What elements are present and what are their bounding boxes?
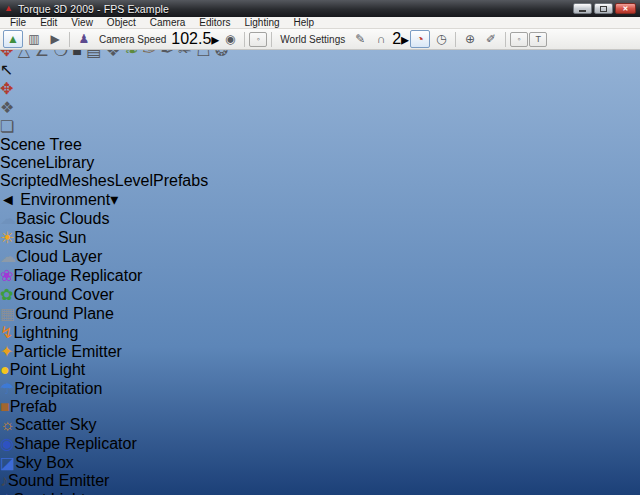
render-text-button[interactable]: T bbox=[529, 32, 547, 47]
center-selection-button[interactable]: ⊕ bbox=[460, 30, 480, 48]
menu-item[interactable]: File bbox=[3, 17, 33, 29]
select-tool[interactable]: ↖ bbox=[0, 60, 640, 79]
player-camera-button[interactable]: ♟ bbox=[74, 30, 94, 48]
move-tool[interactable]: ✥ bbox=[0, 79, 640, 98]
snap-size-field[interactable]: 2▸ bbox=[392, 30, 409, 48]
item-label: Scatter Sky bbox=[15, 416, 97, 433]
library-item-particle-emitter[interactable]: ✦Particle Emitter bbox=[0, 342, 640, 361]
library-item-lightning[interactable]: ↯Lightning bbox=[0, 323, 640, 342]
spinner-arrow-icon[interactable]: ▸ bbox=[211, 30, 219, 49]
library-item-spot-light[interactable]: ✦Spot Light bbox=[0, 490, 640, 495]
rotate-tool[interactable]: ❖ bbox=[0, 98, 640, 117]
scene-tree-tabs: SceneLibrary bbox=[0, 154, 640, 172]
toolbar-icon: ▶ bbox=[50, 33, 59, 45]
library-item-sound-emitter[interactable]: ♪Sound Emitter bbox=[0, 472, 640, 490]
scale-tool[interactable]: ❏ bbox=[0, 117, 640, 136]
maximize-button[interactable] bbox=[594, 3, 613, 14]
item-label: Basic Sun bbox=[14, 229, 86, 246]
play-game-button[interactable]: ▶ bbox=[45, 30, 65, 48]
separator bbox=[244, 32, 245, 47]
subtab-meshes[interactable]: Meshes bbox=[59, 172, 115, 189]
title-bar: ▲ Torque 3D 2009 - FPS Example ✕ bbox=[0, 0, 640, 17]
library-item-shape-replicator[interactable]: ◉Shape Replicator bbox=[0, 434, 640, 453]
fit-view-button[interactable]: ◦ bbox=[249, 32, 267, 47]
item-icon: ◉ bbox=[0, 435, 14, 452]
category-select[interactable]: Environment▾ bbox=[20, 191, 118, 208]
toolbar-label: Camera Speed bbox=[95, 34, 170, 45]
tool-icon: ✥ bbox=[0, 80, 13, 97]
measure-tool-button[interactable]: ✐ bbox=[481, 30, 501, 48]
library-item-foliage-replicator[interactable]: ❀Foliage Replicator bbox=[0, 266, 640, 285]
camera-bookmark-button[interactable]: ✎ bbox=[350, 30, 370, 48]
toolbar-icon: ▲ bbox=[7, 33, 19, 45]
soft-snap-button[interactable]: ◔ bbox=[410, 30, 430, 48]
gui-editor-button[interactable]: ▥ bbox=[24, 30, 44, 48]
close-button[interactable]: ✕ bbox=[615, 3, 636, 14]
item-icon: ✿ bbox=[0, 286, 13, 303]
subtab-scripted[interactable]: Scripted bbox=[0, 172, 59, 189]
toolbar-icon: ⊕ bbox=[465, 33, 475, 45]
tab-library[interactable]: Library bbox=[45, 154, 94, 171]
tool-icon: ↖ bbox=[0, 61, 13, 78]
item-label: Ground Plane bbox=[15, 305, 114, 322]
menu-bar: FileEditViewObjectCameraEditorsLightingH… bbox=[0, 17, 640, 29]
menu-item[interactable]: Object bbox=[100, 17, 143, 29]
menu-item[interactable]: Camera bbox=[143, 17, 193, 29]
library-item-basic-sun[interactable]: ☀Basic Sun bbox=[0, 228, 640, 247]
library-item-precipitation[interactable]: ☂Precipitation bbox=[0, 379, 640, 398]
back-button[interactable]: ◄ bbox=[0, 191, 16, 208]
menu-item[interactable]: View bbox=[64, 17, 100, 29]
item-label: Basic Clouds bbox=[16, 210, 109, 227]
toolbar-icon: ♟ bbox=[79, 33, 90, 45]
item-label: Cloud Layer bbox=[16, 248, 102, 265]
render-bounds-button[interactable]: ◦ bbox=[510, 32, 528, 47]
item-label: Prefab bbox=[10, 398, 57, 415]
item-icon: ✦ bbox=[0, 343, 13, 360]
library-item-sky-box[interactable]: ◪Sky Box bbox=[0, 453, 640, 472]
item-icon: ✦ bbox=[0, 491, 13, 495]
item-label: Precipitation bbox=[14, 380, 102, 397]
library-item-cloud-layer[interactable]: ☁Cloud Layer bbox=[0, 247, 640, 266]
item-label: Foliage Replicator bbox=[13, 267, 142, 284]
library-item-point-light[interactable]: ●Point Light bbox=[0, 361, 640, 379]
tool-icon: ❏ bbox=[0, 118, 14, 135]
item-icon: ♪ bbox=[0, 472, 8, 489]
menu-item[interactable]: Edit bbox=[33, 17, 64, 29]
grid-snap-button[interactable]: ◷ bbox=[431, 30, 451, 48]
item-icon: ☁ bbox=[0, 210, 16, 227]
library-list: ☁Basic Clouds ☀Basic Sun ☁Cloud Layer ❀F… bbox=[0, 209, 640, 495]
snap-magnet-button[interactable]: ∩ bbox=[371, 30, 391, 48]
tab-scene[interactable]: Scene bbox=[0, 154, 45, 171]
item-label: Shape Replicator bbox=[14, 435, 137, 452]
field-value: 102.5 bbox=[171, 30, 211, 48]
toolbar-icon: ✐ bbox=[486, 33, 496, 45]
minimize-button[interactable] bbox=[573, 3, 592, 14]
torque-logo-icon: ▲ bbox=[4, 4, 13, 13]
toolbar-icon: ◦ bbox=[518, 35, 521, 44]
library-item-scatter-sky[interactable]: ☼Scatter Sky bbox=[0, 416, 640, 434]
menu-item[interactable]: Lighting bbox=[237, 17, 286, 29]
item-label: Particle Emitter bbox=[13, 343, 121, 360]
library-item-ground-plane[interactable]: ▦Ground Plane bbox=[0, 304, 640, 323]
subtab-prefabs[interactable]: Prefabs bbox=[153, 172, 208, 189]
item-icon: ❀ bbox=[0, 267, 13, 284]
app-window: ▲ Torque 3D 2009 - FPS Example ✕ FileEdi… bbox=[0, 0, 640, 495]
menu-item[interactable]: Help bbox=[287, 17, 322, 29]
separator bbox=[455, 32, 456, 47]
subtab-level[interactable]: Level bbox=[115, 172, 153, 189]
world-settings-button[interactable]: World Settings bbox=[276, 30, 349, 48]
spinner-arrow-icon[interactable]: ▸ bbox=[401, 30, 409, 49]
chevron-down-icon: ▾ bbox=[110, 191, 118, 208]
camera-speed-field[interactable]: 102.5▸ bbox=[171, 30, 219, 48]
menu-item[interactable]: Editors bbox=[192, 17, 237, 29]
item-label: Lightning bbox=[13, 324, 78, 341]
item-icon: ☼ bbox=[0, 416, 15, 433]
item-label: Spot Light bbox=[13, 491, 85, 495]
scene-camera-button[interactable]: ▲ bbox=[3, 30, 23, 48]
library-item-prefab[interactable]: ■Prefab bbox=[0, 398, 640, 416]
toolbar-icon: ◷ bbox=[436, 33, 446, 45]
maximize-icon bbox=[600, 6, 607, 12]
library-item-basic-clouds[interactable]: ☁Basic Clouds bbox=[0, 209, 640, 228]
library-item-ground-cover[interactable]: ✿Ground Cover bbox=[0, 285, 640, 304]
visibility-button[interactable]: ◉ bbox=[220, 30, 240, 48]
